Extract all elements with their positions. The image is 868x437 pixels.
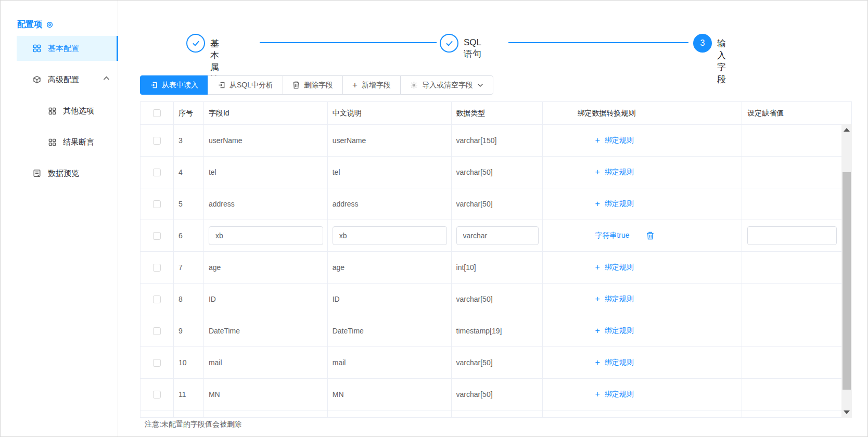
step3-label[interactable]: 输入字段	[717, 37, 726, 85]
field-id-cell: MN	[204, 379, 328, 410]
default-cell	[742, 284, 841, 315]
table-vertical-scrollbar[interactable]	[841, 124, 852, 418]
row-checkbox[interactable]	[153, 327, 161, 335]
scroll-down-arrow-icon[interactable]	[844, 410, 850, 414]
sidebar-item-basic-config[interactable]: 基本配置	[17, 36, 118, 61]
scroll-up-arrow-icon[interactable]	[844, 128, 850, 132]
grid-icon	[33, 44, 41, 53]
desc-input[interactable]	[333, 226, 447, 245]
field-toolbar: 从表中读入 从SQL中分析 删除字段 + 新增字段	[140, 75, 493, 95]
button-label: 从SQL中分析	[229, 81, 273, 90]
table-row: 11 MN MN varchar[50] +绑定规则	[141, 379, 841, 410]
bind-rule-link[interactable]: +绑定规则	[595, 294, 633, 304]
field-id-cell: mail	[204, 347, 328, 378]
table-header-row: 序号 字段Id 中文说明 数据类型 绑定数据转换规则 设定缺省值	[141, 102, 841, 125]
bound-rule-link[interactable]: 字符串true	[595, 231, 629, 240]
plus-icon: +	[595, 390, 599, 399]
bind-rule-link[interactable]: +绑定规则	[595, 199, 633, 209]
type-cell: varchar[50]	[452, 157, 543, 188]
button-label: 新增字段	[362, 81, 391, 90]
cube-icon	[33, 75, 41, 84]
row-checkbox[interactable]	[153, 391, 161, 399]
parse-from-sql-button[interactable]: 从SQL中分析	[208, 75, 283, 95]
import-or-clear-fields-button[interactable]: 导入或清空字段	[400, 75, 493, 95]
sidebar-menu: 基本配置 高级配置	[1, 36, 118, 192]
type-input[interactable]	[456, 226, 539, 245]
step1-check-icon	[186, 34, 205, 53]
chevron-up-icon[interactable]	[103, 76, 110, 81]
field-id-cell: tel	[204, 157, 328, 188]
sidebar-title-text: 配置项	[17, 19, 42, 30]
header-type: 数据类型	[452, 102, 543, 124]
select-all-checkbox[interactable]	[153, 109, 161, 117]
bind-rule-label: 绑定规则	[605, 199, 634, 209]
app-window: 配置项 基本配置	[0, 0, 868, 437]
type-cell: int[10]	[452, 252, 543, 283]
row-checkbox[interactable]	[153, 359, 161, 367]
table-row-partial	[141, 410, 841, 418]
sidebar-item-label: 数据预览	[48, 169, 79, 178]
chevron-down-icon	[477, 83, 483, 87]
sidebar-item-result-assertion[interactable]: 结果断言	[17, 130, 118, 155]
bind-rule-link[interactable]: +绑定规则	[595, 326, 633, 336]
default-cell	[742, 347, 841, 378]
type-cell: varchar[50]	[452, 347, 543, 378]
table-row: 10 mail mail varchar[50] +绑定规则	[141, 347, 841, 379]
bind-rule-link[interactable]: +绑定规则	[595, 168, 633, 177]
field-id-cell: age	[204, 252, 328, 283]
remove-rule-trash-icon[interactable]	[646, 232, 654, 240]
seq-cell: 10	[174, 347, 204, 378]
table-row: 7 age age int[10] +绑定规则	[141, 252, 841, 284]
seq-cell: 11	[174, 379, 204, 410]
step3-number-badge: 3	[693, 34, 712, 53]
default-value-input[interactable]	[747, 226, 837, 245]
row-checkbox[interactable]	[153, 169, 161, 176]
grid-icon	[48, 107, 56, 115]
seq-cell: 4	[174, 157, 204, 188]
bind-rule-link[interactable]: +绑定规则	[595, 390, 633, 399]
seq-cell: 8	[174, 284, 204, 315]
default-cell	[742, 188, 841, 220]
plus-icon: +	[595, 263, 599, 272]
row-checkbox[interactable]	[153, 232, 161, 240]
bind-rule-link[interactable]: +绑定规则	[595, 263, 633, 272]
field-id-cell: address	[204, 188, 328, 220]
step3-number: 3	[700, 38, 705, 48]
default-cell	[742, 379, 841, 410]
sidebar-item-advanced-config[interactable]: 高级配置	[17, 67, 118, 92]
document-preview-icon	[33, 169, 41, 177]
plus-icon: +	[595, 358, 599, 367]
fields-table: 序号 字段Id 中文说明 数据类型 绑定数据转换规则 设定缺省值 3 userN…	[140, 101, 841, 418]
delete-field-button[interactable]: 删除字段	[283, 75, 343, 95]
step-connector	[260, 42, 437, 43]
row-checkbox[interactable]	[153, 137, 161, 145]
scrollbar-thumb[interactable]	[843, 172, 851, 390]
parse-from-sql-icon	[218, 81, 225, 89]
step-connector	[508, 42, 688, 43]
read-from-table-button[interactable]: 从表中读入	[140, 75, 208, 95]
bind-rule-link[interactable]: +绑定规则	[595, 358, 633, 367]
field-id-cell: userName	[204, 125, 328, 156]
add-field-button[interactable]: + 新增字段	[342, 75, 401, 95]
desc-cell: ID	[328, 284, 452, 315]
field-id-cell: DateTime	[204, 315, 328, 346]
row-checkbox[interactable]	[153, 200, 161, 208]
grid-icon	[48, 138, 56, 146]
desc-cell: DateTime	[328, 315, 452, 346]
scrollbar-corner	[841, 101, 852, 124]
header-field-id: 字段Id	[204, 102, 328, 124]
row-checkbox[interactable]	[153, 264, 161, 272]
field-id-input[interactable]	[209, 226, 323, 245]
default-cell	[742, 157, 841, 188]
desc-cell: userName	[328, 125, 452, 156]
gear-icon	[410, 81, 418, 89]
row-checkbox[interactable]	[153, 295, 161, 303]
step2-label[interactable]: SQL语句	[464, 37, 481, 60]
button-label: 从表中读入	[162, 81, 198, 90]
sidebar-item-data-preview[interactable]: 数据预览	[17, 161, 118, 186]
bind-rule-link[interactable]: +绑定规则	[595, 136, 633, 145]
sidebar-item-other-options[interactable]: 其他选项	[17, 98, 118, 123]
seq-cell: 5	[174, 188, 204, 220]
default-cell	[742, 315, 841, 346]
type-cell: timestamp[19]	[452, 315, 543, 346]
